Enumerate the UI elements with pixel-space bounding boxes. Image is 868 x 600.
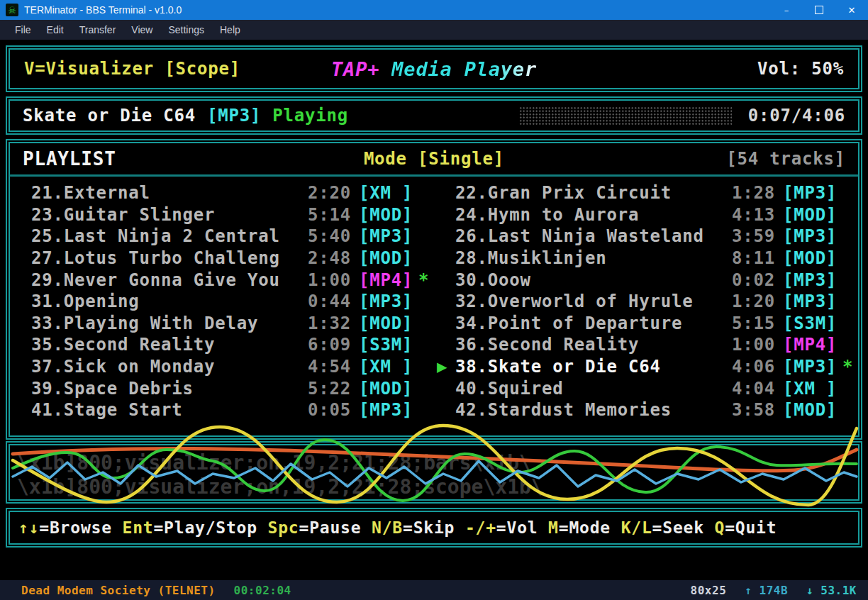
track-duration: 0:05 [308,400,359,420]
track-row[interactable]: 35.Second Reality6:09[S3M] [10,334,434,356]
track-number-title: 36.Second Reality [455,335,732,355]
keybinding-key: K/L [621,518,652,537]
now-playing-box: Skate or Die C64 [MP3] Playing 0:07/4:06 [6,96,862,135]
track-row[interactable]: 33.Playing With Delay1:32[MOD] [10,313,434,335]
track-format: [MP3] [783,183,842,203]
track-format: [MOD] [359,313,418,333]
progress-bar[interactable] [519,106,732,125]
track-row[interactable]: 34.Point of Departure5:15[S3M] [434,313,858,335]
keybinding-key: M [548,518,559,537]
track-duration: 5:15 [732,313,783,333]
track-number-title: 34.Point of Departure [455,313,732,333]
track-duration: 2:48 [308,248,359,268]
upload-counter: ↑ 174B [745,584,788,597]
track-row[interactable]: 42.Stardust Memories3:58[MOD] [434,399,858,421]
track-duration: 1:28 [732,183,783,203]
track-number-title: 37.Sick on Monday [31,357,308,377]
playlist-title: PLAYLIST [23,148,116,170]
track-row[interactable]: 25.Last Ninja 2 Central5:40[MP3] [10,226,434,248]
track-row[interactable]: 27.Lotus Turbo Challeng2:48[MOD] [10,248,434,270]
track-duration: 8:11 [732,248,783,268]
minimize-button[interactable]: – [770,0,803,20]
track-row[interactable]: 40.Squired4:04[XM ] [434,377,858,399]
track-format: [S3M] [359,335,418,355]
keybinding-action: =Seek [652,518,715,537]
keybinding-key: Spc [268,518,299,537]
download-counter: ↓ 53.1K [806,584,857,597]
track-number-title: 30.Ooow [455,270,732,290]
maximize-button[interactable] [803,0,835,20]
visualizer-box: \x1b]800;visualizer;on,19,2;21;28;bars\x… [6,441,862,504]
session-name: Dead Modem Society (TELNET) [21,584,216,597]
track-format: [MP3] [359,291,418,311]
track-format: [MOD] [359,248,418,268]
keybinding-key: N/B [372,518,403,537]
track-row[interactable]: 24.Hymn to Aurora4:13[MOD] [434,204,858,226]
track-duration: 2:20 [308,183,359,203]
menu-file[interactable]: File [7,24,39,35]
track-row[interactable]: 21.External2:20[XM ] [10,182,434,204]
close-button[interactable]: ✕ [835,0,868,20]
track-number-title: 38.Skate or Die C64 [455,357,732,377]
now-playing-title: Skate or Die C64 [23,106,196,126]
keybinding-key: ↑↓ [18,518,39,537]
playlist-body: 21.External2:20[XM ]23.Guitar Slinger5:1… [10,177,858,421]
track-duration: 0:44 [308,291,359,311]
track-format: [MOD] [783,205,842,225]
track-number-title: 33.Playing With Delay [31,313,308,333]
track-duration: 5:14 [308,205,359,225]
track-format: [MP3] [783,357,842,377]
playlist-column-right: 22.Gran Prix Circuit1:28[MP3]24.Hymn to … [434,182,858,421]
track-format: [MP3] [783,226,842,246]
keybinding-key: -/+ [465,518,496,537]
playlist-column-left: 21.External2:20[XM ]23.Guitar Slinger5:1… [10,182,434,421]
track-duration: 4:13 [732,205,783,225]
track-duration: 1:00 [308,270,359,290]
menu-help[interactable]: Help [212,24,248,35]
track-row[interactable]: 41.Stage Start0:05[MP3] [10,399,434,421]
track-row[interactable]: 37.Sick on Monday4:54[XM ] [10,356,434,378]
track-format: [MP3] [359,226,418,246]
now-playing-format: [MP3] [207,106,261,126]
statusbar: Dead Modem Society (TELNET) 00:02:04 80x… [0,580,868,600]
menu-view[interactable]: View [123,24,160,35]
track-row[interactable]: 36.Second Reality1:00[MP4] [434,334,858,356]
track-number-title: 32.Overworld of Hyrule [455,291,732,311]
app-window: ☠ TERMinator - BBS Terminal - v1.0.0 – ✕… [0,0,868,600]
keybindings-box: ↑↓=Browse Ent=Play/Stop Spc=Pause N/B=Sk… [6,508,862,548]
menu-settings[interactable]: Settings [160,24,212,35]
track-format: [MOD] [783,400,842,420]
menu-edit[interactable]: Edit [39,24,72,35]
track-duration: 6:09 [308,335,359,355]
track-duration: 5:40 [308,226,359,246]
track-row[interactable]: 23.Guitar Slinger5:14[MOD] [10,204,434,226]
track-number-title: 31.Opening [31,291,308,311]
terminal-size: 80x25 [691,584,727,597]
track-row[interactable]: 22.Gran Prix Circuit1:28[MP3] [434,182,858,204]
track-number-title: 35.Second Reality [31,335,308,355]
track-number-title: 28.Musiklinjen [455,248,732,268]
track-duration: 0:02 [732,270,783,290]
playlist-box: PLAYLIST Mode [Single] [54 tracks] 21.Ex… [6,139,862,440]
track-row[interactable]: 39.Space Debris5:22[MOD] [10,377,434,399]
playlist-header: PLAYLIST Mode [Single] [54 tracks] [10,143,858,174]
track-duration: 4:54 [308,357,359,377]
track-duration: 5:22 [308,379,359,399]
track-row[interactable]: 31.Opening0:44[MP3] [10,291,434,313]
track-number-title: 29.Never Gonna Give You [31,270,308,290]
track-row[interactable]: ▶38.Skate or Die C644:06[MP3]* [434,356,858,378]
track-row[interactable]: 29.Never Gonna Give You1:00[MP4]* [10,269,434,291]
track-duration: 4:04 [732,379,783,399]
track-duration: 4:06 [732,357,783,377]
keybinding-action: =Browse [39,518,122,537]
track-number-title: 26.Last Ninja Wasteland [455,226,732,246]
keybinding-action: =Skip [403,518,465,537]
track-row[interactable]: 32.Overworld of Hyrule1:20[MP3] [434,291,858,313]
track-row[interactable]: 26.Last Ninja Wasteland3:59[MP3] [434,226,858,248]
track-number-title: 21.External [31,183,308,203]
visualizer-toggle-label: V=Visualizer [Scope] [24,59,240,79]
menu-transfer[interactable]: Transfer [72,24,124,35]
track-row[interactable]: 28.Musiklinjen8:11[MOD] [434,248,858,270]
track-row[interactable]: 30.Ooow0:02[MP3] [434,269,858,291]
keybinding-action: =Quit [725,518,777,537]
